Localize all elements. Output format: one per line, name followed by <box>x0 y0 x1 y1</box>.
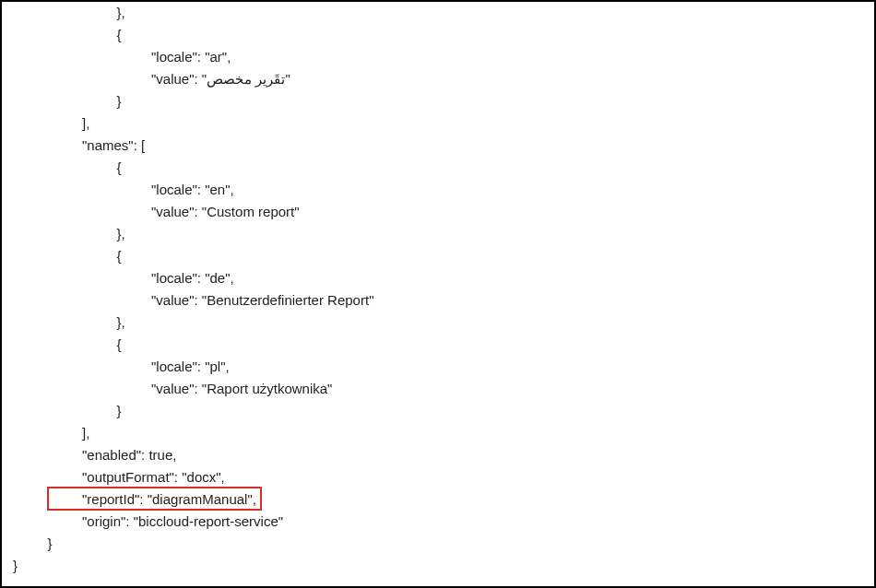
code-line: }, <box>13 223 867 245</box>
spacer-bottom <box>13 577 867 586</box>
code-line: ], <box>13 112 867 135</box>
code-line-highlighted: "reportId": "diagramManual", <box>13 488 867 511</box>
code-line: { <box>13 157 867 179</box>
code-line: "locale": "de", <box>13 267 867 289</box>
code-line: } <box>13 400 867 422</box>
code-line: "locale": "pl", <box>13 356 867 378</box>
code-line: "value": "تقَرير مخصص" <box>13 68 867 90</box>
highlight-box <box>47 487 262 511</box>
code-line: { <box>13 245 867 267</box>
code-line: "value": "Custom report" <box>13 201 867 223</box>
json-code-block: { "locale": "es", "value": "Reporte pers… <box>13 2 867 577</box>
code-line: }, <box>13 312 867 334</box>
code-line: ], <box>13 422 867 444</box>
code-line: "value": "Raport użytkownika" <box>13 378 867 400</box>
code-line: "names": [ <box>13 135 867 157</box>
code-line: "value": "Benutzerdefinierter Report" <box>13 289 867 312</box>
code-line: } <box>13 90 867 112</box>
code-line: { <box>13 24 867 46</box>
code-line: "locale": "en", <box>13 179 867 201</box>
code-line: "outputFormat": "docx", <box>13 466 867 488</box>
code-line: "enabled": true, <box>13 444 867 466</box>
code-viewer-frame: { "locale": "es", "value": "Reporte pers… <box>0 0 876 588</box>
code-line: { <box>13 334 867 356</box>
code-line: "locale": "ar", <box>13 46 867 68</box>
code-scroll-area[interactable]: { "locale": "es", "value": "Reporte pers… <box>2 2 874 586</box>
code-line: } <box>13 555 867 577</box>
code-line: } <box>13 533 867 555</box>
code-line: "origin": "biccloud-report-service" <box>13 511 867 533</box>
code-line: }, <box>13 2 867 24</box>
